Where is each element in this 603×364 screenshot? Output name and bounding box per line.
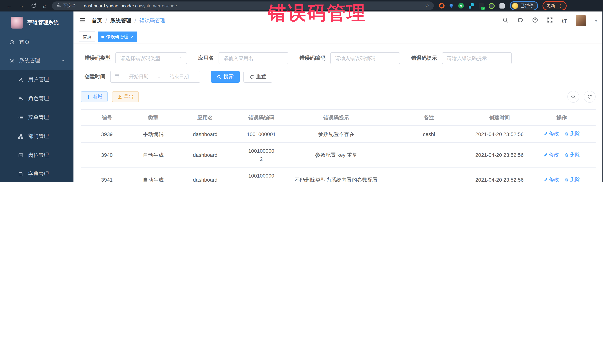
sidebar-item-菜单管理[interactable]: 菜单管理: [0, 108, 73, 127]
chevron-up-icon: [61, 59, 65, 63]
breadcrumb-current: 错误码管理: [139, 17, 165, 24]
table-cell: dashboard: [174, 172, 237, 182]
calendar-icon: [114, 73, 119, 80]
browser-profile-chip[interactable]: 已暂停: [510, 1, 538, 10]
app-name-label: 应用名: [198, 55, 214, 62]
forward-icon[interactable]: →: [15, 0, 27, 11]
tags-view: 首页 错误码管理 ×: [73, 30, 603, 43]
breadcrumb-home[interactable]: 首页: [92, 17, 102, 24]
edit-icon: [543, 132, 547, 136]
sidebar-menu: 首页系统管理用户管理角色管理菜单管理部门管理岗位管理字典管理通知公告审计日志在线…: [0, 33, 73, 182]
home-icon[interactable]: ⌂: [40, 0, 50, 11]
app-title: 芋道管理系统: [27, 19, 59, 26]
refresh-button[interactable]: [584, 91, 596, 103]
column-header: 创建时间: [471, 110, 528, 125]
error-type-select[interactable]: [116, 52, 187, 64]
edit-link[interactable]: 修改: [543, 151, 559, 159]
table-row: 3939手动编辑dashboard1001000001参数配置不存在ceshi2…: [81, 126, 596, 143]
row-actions: 修改删除: [528, 171, 596, 182]
create-time-range-picker[interactable]: 开始日期 - 结束日期: [110, 71, 200, 83]
table-cell: ceshi: [387, 126, 471, 142]
search-icon[interactable]: [502, 17, 508, 24]
extension-icon[interactable]: [439, 3, 445, 9]
table-cell: [387, 176, 471, 182]
app-logo: [11, 17, 23, 29]
sidebar-item-角色管理[interactable]: 角色管理: [0, 89, 73, 108]
extension-icon[interactable]: v: [458, 3, 464, 9]
extension-icon[interactable]: [479, 3, 484, 8]
start-date-placeholder: 开始日期: [122, 73, 156, 80]
extension-icon[interactable]: [449, 4, 453, 8]
add-button[interactable]: 新增: [81, 91, 108, 102]
table-cell: [387, 151, 471, 159]
reload-icon[interactable]: [27, 3, 40, 9]
scrollbar[interactable]: [602, 11, 603, 182]
error-code-input[interactable]: [330, 52, 400, 64]
close-tab-icon[interactable]: ×: [131, 34, 134, 39]
export-button[interactable]: 导出: [112, 91, 139, 102]
bookmark-star-icon[interactable]: ☆: [425, 3, 429, 9]
url-host: dashboard.yudao.iocoder.cn: [84, 3, 140, 8]
delete-link[interactable]: 删除: [564, 151, 580, 159]
puzzle-extension-icon[interactable]: [499, 3, 505, 8]
github-icon[interactable]: [517, 17, 523, 24]
browser-update-chip[interactable]: 更新 ⋮: [543, 1, 567, 10]
error-hint-label: 错误码提示: [411, 55, 437, 62]
sidebar-item-首页[interactable]: 首页: [0, 33, 73, 52]
app-logo-row[interactable]: 芋道管理系统: [0, 11, 73, 33]
org-tree-icon: [18, 134, 24, 139]
sidebar-item-岗位管理[interactable]: 岗位管理: [0, 146, 73, 165]
trash-icon: [564, 153, 569, 157]
user-avatar[interactable]: [576, 15, 586, 26]
screen: ← → ⌂ 不安全 dashboard.yudao.iocoder.cn/sys…: [0, 0, 603, 182]
address-bar[interactable]: 不安全 dashboard.yudao.iocoder.cn/system/er…: [52, 1, 434, 10]
row-actions: 修改删除: [528, 126, 596, 142]
sidebar-item-系统管理[interactable]: 系统管理: [0, 52, 73, 70]
url-path: /system/error-code: [140, 3, 177, 8]
column-header: 备注: [387, 110, 471, 125]
back-icon[interactable]: ←: [3, 0, 15, 11]
sidebar-item-部门管理[interactable]: 部门管理: [0, 127, 73, 146]
hamburger-icon[interactable]: [79, 17, 86, 25]
table-cell: 1001000001: [237, 126, 286, 142]
search-button[interactable]: 搜索: [211, 71, 240, 83]
error-hint-input[interactable]: [442, 52, 512, 64]
kebab-menu-icon[interactable]: ⋮: [558, 3, 563, 8]
breadcrumb-system[interactable]: 系统管理: [110, 17, 131, 24]
create-time-label: 创建时间: [85, 73, 105, 80]
sidebar-item-字典管理[interactable]: 字典管理: [0, 165, 73, 182]
breadcrumb-separator: /: [135, 17, 136, 24]
table-cell: dashboard: [174, 147, 237, 163]
extension-icons: v: [439, 3, 505, 9]
reset-button[interactable]: 重置: [244, 71, 272, 83]
edit-icon: [543, 153, 547, 157]
table-cell: 手动编辑: [133, 126, 174, 142]
fullscreen-icon[interactable]: [547, 17, 553, 24]
edit-link[interactable]: 修改: [543, 130, 559, 138]
column-header: 类型: [133, 110, 174, 125]
caret-down-icon[interactable]: ▾: [595, 18, 597, 23]
update-label: 更新: [546, 3, 555, 9]
annotation-title-overlay: 错误码管理: [268, 1, 366, 26]
extension-icon[interactable]: [469, 3, 474, 8]
security-label: 不安全: [63, 3, 76, 9]
font-size-icon[interactable]: tT: [562, 18, 567, 23]
column-header: 错误码编码: [237, 110, 286, 125]
page-content: 错误码类型 应用名 错误码编码: [73, 43, 603, 182]
edit-link[interactable]: 修改: [543, 176, 559, 182]
sidebar-item-用户管理[interactable]: 用户管理: [0, 70, 73, 89]
user-icon: [18, 77, 24, 82]
trash-icon: [564, 177, 569, 182]
table-cell: 2021-04-20 23:52:56: [471, 126, 528, 142]
extension-icon[interactable]: [489, 3, 495, 9]
help-icon[interactable]: [532, 17, 538, 24]
table-cell: 2021-04-20 23:52:56: [471, 172, 528, 182]
delete-link[interactable]: 删除: [564, 130, 580, 138]
app-name-input[interactable]: [219, 52, 288, 64]
show-search-button[interactable]: [567, 91, 579, 103]
delete-link[interactable]: 删除: [564, 176, 580, 182]
profile-status: 已暂停: [520, 3, 533, 9]
tab-error-code[interactable]: 错误码管理 ×: [98, 32, 137, 42]
table-cell: 自动生成: [133, 172, 174, 182]
tab-home[interactable]: 首页: [79, 32, 95, 42]
